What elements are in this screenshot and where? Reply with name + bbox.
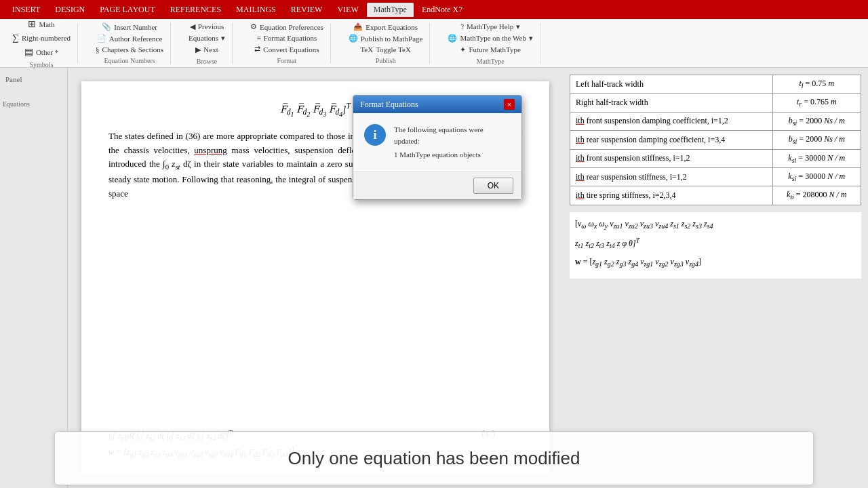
param-label: ith front suspension stiffness, i=1,2 [570, 149, 773, 167]
param-label: ith front suspension damping coefficient… [570, 112, 773, 130]
parameters-table: Left half-track width tl = 0.75 m Right … [570, 75, 861, 205]
word-unsprung: unsprung [194, 145, 226, 155]
param-value: ksi = 30000 N / m [772, 149, 861, 167]
ribbon: INSERT DESIGN PAGE LAYOUT REFERENCES MAI… [0, 0, 868, 68]
math-icon: ∑ [12, 33, 19, 43]
tab-endnote[interactable]: EndNote X7 [415, 3, 469, 17]
param-value: kti = 208000 N / m [772, 186, 861, 205]
ith-label-1: ith [576, 116, 585, 125]
btn-toggle-tex[interactable]: TeX Toggle TeX [359, 45, 412, 54]
dialog-message: The following equations were updated: [394, 124, 511, 146]
btn-next[interactable]: ▶ Next [194, 45, 219, 55]
integral-notation: ∫0 zst dζ [163, 159, 191, 169]
ribbon-group-display: ⊞ Math ∑ Right-numbered ▤ Other * Symbol… [5, 23, 78, 64]
group-label-insert: Equation Numbers [104, 57, 155, 64]
btn-mathtype-help[interactable]: ? MathType Help ▾ [459, 22, 521, 32]
next-icon: ▶ [195, 45, 201, 54]
param-value: tl = 0.75 m [772, 75, 861, 94]
tab-insert[interactable]: INSERT [5, 3, 47, 17]
btn-equations-dropdown[interactable]: Equations ▾ [187, 33, 226, 43]
ith-label-2: ith [576, 135, 585, 144]
table-row: Right half-track width tr = 0.765 m [570, 94, 861, 112]
export-icon: 📤 [353, 22, 363, 31]
btn-previous[interactable]: ◀ Previous [189, 22, 226, 32]
param-value: bsi = 2000 Ns / m [772, 112, 861, 130]
table-row: ith rear suspension stiffness, i=1,2 ksi… [570, 167, 861, 186]
btn-display[interactable]: ⊞ Math [26, 18, 56, 30]
insert-number-icon: 📎 [102, 22, 111, 31]
group-label-browse: Browse [197, 58, 218, 65]
format-equations-dialog: Format Equations × i The following equat… [353, 95, 522, 200]
group-label-display: Symbols [30, 61, 54, 68]
help-icon: ? [460, 22, 464, 30]
dialog-body: i The following equations were updated: … [353, 113, 521, 171]
btn-convert-equations[interactable]: ⇄ Convert Equations [253, 44, 320, 54]
table-row: ith rear suspension damping coefficient,… [570, 131, 861, 149]
ribbon-tab-bar: INSERT DESIGN PAGE LAYOUT REFERENCES MAI… [0, 0, 868, 19]
ribbon-body: ⊞ Math ∑ Right-numbered ▤ Other * Symbol… [0, 19, 868, 68]
dialog-item-1: 1 MathType equation objects [394, 149, 511, 161]
state-vec-line1: [vω ωx ωy vzu1 vzu2 vzu3 vzu4 zs1 zs2 zs… [575, 218, 856, 231]
btn-mathtype-web[interactable]: 🌐 MathType on the Web ▾ [446, 33, 534, 43]
btn-chapters-sections[interactable]: § Chapters & Sections [94, 45, 165, 54]
btn-export-equations[interactable]: 📤 Export Equations [352, 22, 419, 32]
notification-text: Only one equation has been modified [288, 448, 580, 469]
info-icon: i [364, 124, 386, 146]
dialog-titlebar: Format Equations × [353, 96, 521, 113]
group-label-format: Format [277, 57, 296, 64]
ribbon-group-insert: 📎 Insert Number 📄 Author Reference § Cha… [89, 23, 171, 64]
tab-mailings[interactable]: MAILINGS [229, 3, 283, 17]
left-panel: Panel Equations [0, 68, 68, 488]
table-row: Left half-track width tl = 0.75 m [570, 75, 861, 94]
tab-page-layout[interactable]: PAGE LAYOUT [93, 3, 161, 17]
right-panel: Left half-track width tl = 0.75 m Right … [563, 68, 868, 488]
ribbon-group-publish: 📤 Export Equations 🌐 Publish to MathPage… [342, 23, 431, 64]
ribbon-group-mathtype-help: ? MathType Help ▾ 🌐 MathType on the Web … [441, 23, 540, 64]
btn-other[interactable]: ▤ Other * [23, 45, 60, 58]
tab-design[interactable]: DESIGN [48, 3, 92, 17]
btn-math[interactable]: ∑ Right-numbered [11, 32, 72, 44]
param-value: bsi = 2000 Ns / m [772, 131, 861, 149]
previous-icon: ◀ [190, 22, 195, 31]
equations-label: Equations [3, 100, 64, 108]
param-label: ith tire spring stiffness, i=2,3,4 [570, 186, 773, 205]
format-eq-icon: ≡ [257, 34, 261, 42]
tab-view[interactable]: VIEW [330, 3, 365, 17]
param-label: ith rear suspension stiffness, i=1,2 [570, 167, 773, 186]
btn-eq-preferences[interactable]: ⚙ Equation Preferences [249, 22, 325, 32]
dialog-title: Format Equations [360, 100, 418, 110]
btn-publish-mathpage[interactable]: 🌐 Publish to MathPage [347, 33, 425, 43]
tab-review[interactable]: REVIEW [284, 3, 330, 17]
tab-references[interactable]: REFERENCES [163, 3, 228, 17]
tex-icon: TeX [360, 45, 373, 54]
param-label: Left half-track width [570, 75, 773, 94]
btn-author-reference[interactable]: 📄 Author Reference [96, 33, 164, 43]
help-dropdown-icon: ▾ [516, 22, 520, 31]
btn-future-mathtype[interactable]: ✦ Future MathType [458, 45, 522, 55]
btn-insert-number[interactable]: 📎 Insert Number [100, 22, 159, 32]
web-icon: 🌐 [448, 34, 457, 43]
ith-label-3: ith [576, 153, 585, 163]
publish-icon: 🌐 [349, 34, 358, 43]
state-vectors: [vω ωx ωy vzu1 vzu2 vzu3 vzu4 zs1 zs2 zs… [570, 212, 861, 279]
other-icon: ▤ [24, 46, 33, 58]
ribbon-group-format: ⚙ Equation Preferences ≡ Format Equation… [243, 23, 331, 64]
state-vec-line2: zt1 zt2 zt3 zt4 z φ θ]T [575, 235, 856, 251]
dialog-close-button[interactable]: × [504, 99, 515, 110]
dialog-footer: OK [353, 171, 521, 199]
web-dropdown-icon: ▾ [529, 34, 533, 43]
panel-item[interactable]: Panel [3, 73, 64, 85]
tab-mathtype[interactable]: MathType [367, 3, 414, 17]
table-row: ith front suspension damping coefficient… [570, 112, 861, 130]
ok-button[interactable]: OK [473, 178, 513, 194]
preferences-icon: ⚙ [250, 22, 257, 31]
author-ref-icon: 📄 [97, 34, 106, 43]
param-value: tr = 0.765 m [772, 94, 861, 112]
future-icon: ✦ [460, 45, 466, 54]
btn-format-equations[interactable]: ≡ Format Equations [256, 33, 319, 43]
bottom-notification: Only one equation has been modified [54, 431, 814, 485]
dropdown-icon: ▾ [221, 34, 225, 43]
dialog-message-area: The following equations were updated: 1 … [394, 124, 511, 161]
param-value: ksi = 30000 N / m [772, 167, 861, 186]
chapters-icon: § [96, 45, 100, 54]
